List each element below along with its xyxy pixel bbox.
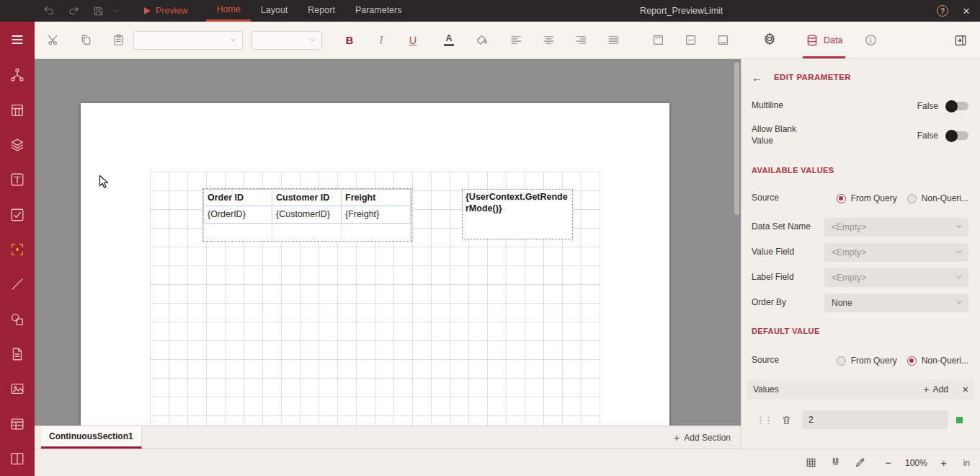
multiline-value: False <box>917 101 938 111</box>
undo-icon[interactable] <box>42 4 56 18</box>
font-color-button[interactable]: A <box>442 34 456 46</box>
underline-button[interactable]: U <box>406 35 420 46</box>
order-by-select[interactable]: None <box>824 294 968 312</box>
bold-button[interactable]: B <box>342 35 357 46</box>
valign-middle-icon[interactable] <box>682 32 698 48</box>
values-label: Values <box>753 384 779 395</box>
tablix-tool-icon[interactable] <box>0 406 35 441</box>
label-field-select[interactable]: <Empty> <box>824 268 968 287</box>
drag-handle[interactable]: ⋮⋮ <box>756 415 772 426</box>
radio-from-query[interactable]: From Query <box>837 193 897 203</box>
paste-icon[interactable] <box>110 32 126 48</box>
table-data-cell[interactable]: {OrderID} <box>203 206 272 224</box>
shapes-tool-icon[interactable] <box>0 301 35 336</box>
properties-panel: ← EDIT PARAMETER Multiline False Allow B… <box>741 59 980 449</box>
design-canvas[interactable]: Order ID Customer ID Freight {OrderID} {… <box>35 59 741 426</box>
radio-non-query[interactable]: Non-Queri... <box>907 193 968 203</box>
section-tab-bar: ContinuousSection1 + Add Section <box>35 426 741 449</box>
dataset-select[interactable]: <Empty> <box>824 218 968 237</box>
fill-color-icon[interactable] <box>473 32 489 48</box>
panel-scrollbar[interactable] <box>734 62 739 215</box>
radio-from-query[interactable]: From Query <box>837 356 897 366</box>
help-icon[interactable]: ? <box>937 5 948 17</box>
line-tool-icon[interactable] <box>0 267 35 301</box>
table-control[interactable]: Order ID Customer ID Freight {OrderID} {… <box>203 189 411 241</box>
close-values-icon[interactable]: × <box>963 384 968 395</box>
document-title: Report_PreviewLimit <box>640 0 723 22</box>
preview-button[interactable]: Preview <box>144 6 187 16</box>
radio-label: Non-Queri... <box>922 193 968 203</box>
table-tool-icon[interactable] <box>0 92 35 127</box>
selection-tool-icon[interactable] <box>0 232 35 267</box>
tab-layout[interactable]: Layout <box>251 0 298 22</box>
checkbox-tool-icon[interactable] <box>0 197 35 232</box>
grid-toggle-icon[interactable] <box>804 456 819 470</box>
value-field-label: Value Field <box>752 247 794 258</box>
valign-bottom-icon[interactable] <box>715 32 731 48</box>
table-header-cell[interactable]: Order ID <box>203 189 272 206</box>
redo-icon[interactable] <box>66 4 81 18</box>
mouse-cursor <box>99 175 110 190</box>
table-header-cell[interactable]: Freight <box>342 189 411 206</box>
textbox-tool-icon[interactable] <box>0 162 35 197</box>
align-center-icon[interactable] <box>540 32 556 48</box>
textbox-control[interactable]: {UserContext.GetRenderMode()} <box>462 189 573 239</box>
order-by-value: None <box>832 298 852 308</box>
radio-non-query[interactable]: Non-Queri... <box>907 356 968 366</box>
table-empty-row <box>203 224 411 241</box>
save-options-chevron-icon[interactable] <box>110 4 124 18</box>
clipboard-group <box>45 32 126 48</box>
tab-home[interactable]: Home <box>206 0 250 22</box>
add-value-button[interactable]: + Add <box>923 384 948 395</box>
allow-blank-label: Allow Blank Value <box>752 124 818 146</box>
value-input[interactable] <box>802 410 948 429</box>
allow-blank-row: Allow Blank Value False <box>752 121 968 150</box>
allow-blank-toggle[interactable] <box>947 131 968 140</box>
layers-tool-icon[interactable] <box>0 128 35 162</box>
tab-report[interactable]: Report <box>298 0 345 22</box>
back-arrow-icon[interactable]: ← <box>752 72 762 83</box>
hierarchy-tool-icon[interactable] <box>0 58 35 92</box>
align-left-icon[interactable] <box>508 32 524 48</box>
image-tool-icon[interactable] <box>0 371 35 406</box>
radio-selected-icon <box>907 356 917 366</box>
info-icon[interactable] <box>863 32 878 48</box>
zoom-in-button[interactable]: + <box>939 457 949 469</box>
table-data-cell[interactable]: {Freight} <box>342 206 411 224</box>
tab-parameters[interactable]: Parameters <box>345 0 412 22</box>
save-icon[interactable] <box>91 4 105 18</box>
table-empty-cell[interactable] <box>272 224 342 241</box>
menu-icon[interactable] <box>10 30 24 49</box>
value-item-row: ⋮⋮ <box>752 410 968 430</box>
font-size-select[interactable] <box>251 31 322 50</box>
snap-guides-pen-icon[interactable] <box>853 456 868 470</box>
font-family-select[interactable] <box>133 31 243 50</box>
close-icon[interactable]: × <box>963 5 970 17</box>
data-panel-button[interactable]: Data <box>803 22 845 58</box>
zoom-out-button[interactable]: − <box>883 457 894 469</box>
chevron-down-icon <box>308 36 316 44</box>
table-header-cell[interactable]: Customer ID <box>272 189 342 206</box>
multiline-toggle[interactable] <box>947 102 968 110</box>
valign-top-icon[interactable] <box>650 32 666 48</box>
topbar-right-controls: ? × <box>937 5 980 17</box>
align-right-icon[interactable] <box>573 32 589 48</box>
richtext-tool-icon[interactable] <box>0 337 35 371</box>
settings-gear-icon[interactable] <box>762 32 777 48</box>
collapse-panel-icon[interactable] <box>953 32 968 48</box>
copy-icon[interactable] <box>78 32 94 48</box>
section-tab-continuoussection1[interactable]: ContinuousSection1 <box>41 426 142 449</box>
cut-icon[interactable] <box>45 32 61 48</box>
italic-button[interactable]: I <box>374 34 388 46</box>
value-field-select[interactable]: <Empty> <box>824 243 968 262</box>
chart-tool-icon[interactable] <box>0 441 35 476</box>
add-section-button[interactable]: + Add Section <box>674 426 731 449</box>
align-justify-icon[interactable] <box>605 32 621 48</box>
toggle-knob <box>945 100 958 113</box>
panel-header: ← EDIT PARAMETER <box>752 69 968 85</box>
delete-value-icon[interactable] <box>781 415 792 426</box>
table-empty-cell[interactable] <box>203 224 272 241</box>
table-empty-cell[interactable] <box>342 224 411 241</box>
snap-magnet-icon[interactable] <box>829 456 843 470</box>
table-data-cell[interactable]: {CustomerID} <box>272 206 342 224</box>
